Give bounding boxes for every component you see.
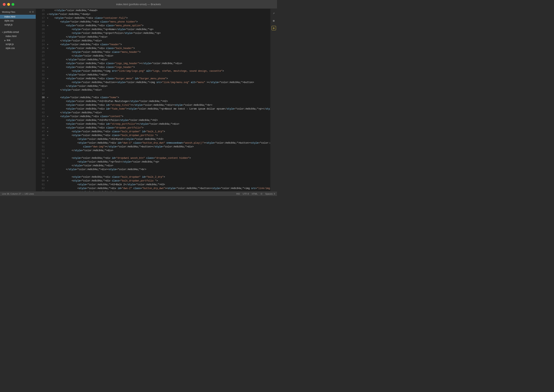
line-number: 47: [37, 130, 45, 134]
code-line: </style="color:#e8c84a;">div>: [47, 35, 270, 39]
sidebar-divider: [0, 27, 36, 30]
line-number: 48: [37, 134, 45, 137]
line-number: 61: [37, 183, 45, 187]
settings-icon[interactable]: ⚙: [29, 10, 31, 14]
code-line: <style="color:#e8c84a;">p>Test</style="c…: [47, 160, 270, 164]
code-line: <style="color:#e8c84a;">div class="menu_…: [47, 50, 270, 54]
code-line: ▼ <style="color:#e8c84a;">div class="con…: [47, 16, 270, 20]
line-number: 22: [37, 35, 45, 39]
line-number: 45: [37, 122, 45, 126]
insert-mode[interactable]: INS: [236, 193, 240, 195]
line-number: 38: [37, 96, 45, 100]
code-line: ▼ <style="color:#e8c84a;">div class="con…: [47, 115, 270, 119]
code-line: <style="color:#e8c84a;">div class="logo_…: [47, 62, 270, 65]
code-line: <style="color:#e8c84a;">img src="link/im…: [47, 69, 270, 73]
sidebar-item-script-js[interactable]: script.js: [0, 23, 36, 27]
live-preview-icon[interactable]: ↗: [271, 11, 276, 15]
line-number: 29: [37, 62, 45, 65]
code-line: </style="color:#e8c84a;">div>: [47, 164, 270, 168]
code-line: class="dwn-img"></style="color:#e8c84a;"…: [47, 145, 270, 149]
line-number: 52: [37, 149, 45, 153]
line-number: 20: [37, 28, 45, 31]
code-line: </style="color:#e8c84a;">div>: [47, 73, 270, 77]
code-line: <style="color:#e8c84a;">div id="streep_t…: [47, 103, 270, 107]
code-line: <style="color:#e8c84a;">h2>Portfolio</st…: [47, 119, 270, 122]
code-line: <style="color:#e8c84a;">button><style="c…: [47, 81, 270, 84]
code-line: ▼ <style="color:#e8c84a;">div id="dropdw…: [47, 156, 270, 160]
line-number: 18: [37, 20, 45, 24]
cursor-position: Line 38, Column 27 — 145 Lines: [2, 193, 34, 195]
close-button[interactable]: [3, 3, 6, 6]
window-title: index.html (portfolio-smsd) — Brackets: [116, 3, 161, 6]
project-file-script[interactable]: script.js: [0, 42, 36, 46]
line-number: 16: [37, 13, 45, 16]
code-line: ▼ <style="color:#e8c84a;">div class="bal…: [47, 175, 270, 179]
code-content: 1516171819202122232425262728293031323334…: [36, 9, 270, 191]
code-lines[interactable]: </style="color:#e8c84a;">head>▼<style="c…: [46, 9, 270, 191]
line-number: 62: [37, 187, 45, 190]
line-number: 54: [37, 156, 45, 160]
code-line: <style="color:#e8c84a;">h3>Kunst</style=…: [47, 137, 270, 141]
project-file-index[interactable]: index.html: [0, 34, 36, 38]
main-layout: Working Files ⚙ ⊟ index.html style.css s…: [0, 9, 277, 191]
code-line: ▼<style="color:#e8c84a;">body>: [47, 13, 270, 16]
line-number: 24: [37, 43, 45, 47]
line-number: 56: [37, 164, 45, 168]
code-line: </style="color:#e8c84a;">div>: [47, 54, 270, 58]
code-line: <style="color:#e8c84a;">div id="fade_hom…: [47, 107, 270, 111]
code-line: </style="color:#e8c84a;">div>: [47, 149, 270, 153]
line-number: 50: [37, 141, 45, 145]
traffic-lights: [3, 3, 14, 6]
line-number: 49: [37, 137, 45, 141]
code-line: </style="color:#e8c84a;">div>: [47, 58, 270, 62]
project-folder-link[interactable]: ▶ link: [0, 38, 36, 42]
sidebar-item-index-html[interactable]: index.html: [0, 15, 36, 19]
line-number: 41: [37, 107, 45, 111]
sidebar-item-style-css[interactable]: style.css: [0, 19, 36, 23]
line-number: 55: [37, 160, 45, 164]
project-header[interactable]: ▾ portfolio-smsd: [0, 30, 36, 34]
spaces-setting[interactable]: Spaces: 4: [265, 193, 275, 195]
line-number: 58: [37, 171, 45, 175]
line-number: 19: [37, 24, 45, 28]
extension-icon[interactable]: ⚙: [272, 26, 276, 30]
code-line: <style="color:#e8c84a;">div class="menu_…: [47, 20, 270, 24]
line-number: 57: [37, 168, 45, 171]
status-right: INS UTF-8 HTML Spaces: 4: [236, 193, 275, 195]
line-number: 31: [37, 69, 45, 73]
code-line: <style="color:#e8c84a;">div id="streep_p…: [47, 122, 270, 126]
line-number: 27: [37, 54, 45, 58]
language-mode[interactable]: HTML: [252, 193, 258, 195]
code-line: <style="color:#e8c84a;">div id="dwn-2" c…: [47, 187, 270, 190]
code-line: ▼ <style="color:#e8c84a;">div class="log…: [47, 65, 270, 69]
working-files-label: Working Files: [2, 11, 15, 13]
code-line: <style="color:#e8c84a;">div id="dwn-1" c…: [47, 141, 270, 145]
line-number: 23: [37, 39, 45, 43]
line-number: 35: [37, 84, 45, 88]
encoding[interactable]: UTF-8: [243, 193, 249, 195]
project-file-style[interactable]: style.css: [0, 46, 36, 50]
status-bar: Line 38, Column 27 — 145 Lines INS UTF-8…: [0, 191, 277, 196]
image-preview-icon[interactable]: ▦: [271, 18, 276, 23]
code-line: [47, 92, 270, 96]
sidebar-actions: ⚙ ⊟: [29, 10, 34, 14]
line-number: 51: [37, 145, 45, 149]
split-icon[interactable]: ⊟: [32, 10, 34, 14]
line-number: 39: [37, 100, 45, 103]
right-sidebar: ↗ ▦ ⚙: [270, 9, 277, 191]
line-number: 37: [37, 92, 45, 96]
maximize-button[interactable]: [12, 3, 14, 6]
line-number: 53: [37, 153, 45, 156]
line-number: 30: [37, 65, 45, 69]
code-line: <style="color:#e8c84a;">p>Home</style="c…: [47, 28, 270, 31]
project-name: portfolio-smsd: [4, 31, 19, 34]
code-line: <style="color:#e8c84a;">h2>Stefan Meutst…: [47, 100, 270, 103]
line-number: 17: [37, 16, 45, 20]
code-line: </style="color:#e8c84a;">div>: [47, 39, 270, 43]
line-number: 60: [37, 179, 45, 183]
code-line: [47, 153, 270, 156]
minimize-button[interactable]: [7, 3, 10, 6]
code-line: </style="color:#e8c84a;">div><style="col…: [47, 168, 270, 171]
line-number: 21: [37, 31, 45, 35]
code-line: ▼ <style="color:#e8c84a;">div class="bur…: [47, 77, 270, 81]
